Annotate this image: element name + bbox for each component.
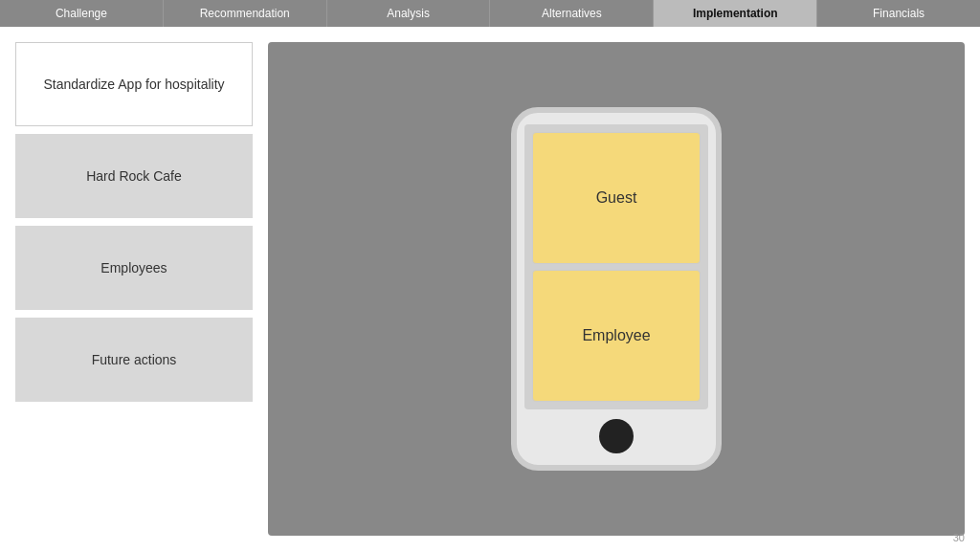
sidebar: Standardize App for hospitalityHard Rock… bbox=[15, 42, 253, 536]
phone-card-guest: Guest bbox=[532, 132, 701, 264]
sidebar-card-future-actions[interactable]: Future actions bbox=[15, 318, 253, 402]
nav-item-financials[interactable]: Financials bbox=[817, 0, 980, 27]
nav-item-recommendation[interactable]: Recommendation bbox=[164, 0, 327, 27]
nav-item-alternatives[interactable]: Alternatives bbox=[490, 0, 654, 27]
content-area: GuestEmployee bbox=[268, 42, 965, 536]
navigation-bar: ChallengeRecommendationAnalysisAlternati… bbox=[0, 0, 980, 27]
phone-home-button bbox=[599, 419, 634, 453]
phone-screen: GuestEmployee bbox=[524, 124, 708, 409]
main-content: Standardize App for hospitalityHard Rock… bbox=[0, 27, 980, 551]
sidebar-card-hard-rock-cafe[interactable]: Hard Rock Cafe bbox=[15, 134, 253, 218]
phone-card-employee: Employee bbox=[532, 270, 701, 402]
nav-item-challenge[interactable]: Challenge bbox=[0, 0, 164, 27]
phone-mockup: GuestEmployee bbox=[511, 107, 722, 471]
sidebar-card-employees[interactable]: Employees bbox=[15, 226, 253, 310]
page-number: 30 bbox=[953, 532, 965, 543]
nav-item-analysis[interactable]: Analysis bbox=[327, 0, 491, 27]
nav-item-implementation[interactable]: Implementation bbox=[654, 0, 817, 27]
sidebar-card-standardize-app-for-hospitality[interactable]: Standardize App for hospitality bbox=[15, 42, 253, 126]
